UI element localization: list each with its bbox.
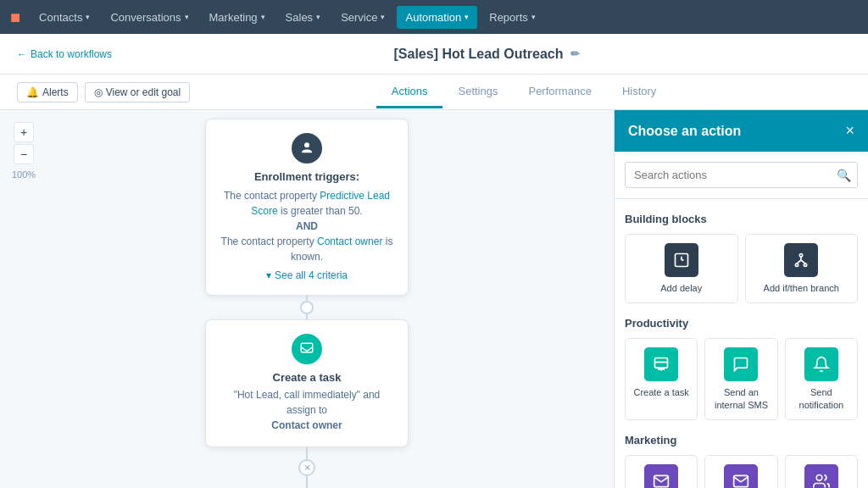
send-email-icon bbox=[644, 464, 678, 488]
canvas: + − 100% Enrollment triggers: The contac… bbox=[0, 110, 614, 488]
add-static-list-card[interactable]: Add to a static list bbox=[785, 455, 858, 488]
building-blocks-grid: Add delay bbox=[625, 234, 858, 303]
view-goal-button[interactable]: ◎ View or edit goal bbox=[85, 82, 191, 103]
create-task-icon bbox=[644, 347, 678, 381]
panel-body: Building blocks Add delay bbox=[615, 199, 868, 488]
search-input[interactable] bbox=[625, 162, 858, 188]
send-notification-card[interactable]: Send notification bbox=[785, 338, 858, 420]
zoom-level-label: 100% bbox=[12, 169, 36, 180]
svg-point-5 bbox=[800, 254, 803, 257]
connector-circle-1 bbox=[300, 301, 314, 314]
action-icon bbox=[292, 334, 322, 364]
workflow-area: Enrollment triggers: The contact propert… bbox=[171, 119, 442, 488]
toolbar: 🔔 Alerts ◎ View or edit goal Actions Set… bbox=[0, 75, 868, 110]
tab-history[interactable]: History bbox=[607, 76, 671, 108]
zoom-in-button[interactable]: + bbox=[14, 122, 34, 142]
trigger-node[interactable]: Enrollment triggers: The contact propert… bbox=[205, 119, 409, 296]
top-nav: ■ Contacts ▾ Conversations ▾ Marketing ▾… bbox=[0, 0, 868, 34]
edit-title-icon[interactable]: ✏ bbox=[570, 47, 580, 60]
trigger-title: Enrollment triggers: bbox=[220, 170, 394, 183]
target-icon: ◎ bbox=[94, 86, 103, 98]
hubspot-logo[interactable]: ■ bbox=[10, 8, 20, 27]
marketing-grid: Send email Send internal email bbox=[625, 455, 858, 488]
plus-icon: + bbox=[20, 125, 27, 139]
nav-item-service[interactable]: Service ▾ bbox=[332, 6, 393, 29]
add-delay-card[interactable]: Add delay bbox=[625, 234, 738, 303]
action-body: "Hot Lead, call immediately" and assign … bbox=[220, 387, 394, 433]
send-notification-icon bbox=[804, 347, 838, 381]
search-icon-button[interactable]: 🔍 bbox=[837, 169, 851, 182]
chevron-conversations-icon: ▾ bbox=[185, 13, 189, 21]
remove-action-button[interactable]: ✕ bbox=[298, 459, 315, 476]
add-ifthen-card[interactable]: Add if/then branch bbox=[745, 234, 859, 303]
back-link[interactable]: ← Back to workflows bbox=[17, 48, 112, 60]
svg-point-0 bbox=[304, 142, 309, 147]
minus-icon: − bbox=[20, 147, 27, 161]
tabs: Actions Settings Performance History bbox=[197, 76, 851, 108]
send-sms-card[interactable]: Send an internal SMS bbox=[704, 338, 777, 420]
tab-actions[interactable]: Actions bbox=[376, 76, 443, 108]
connector-2: ✕ bbox=[298, 447, 315, 488]
send-sms-icon bbox=[724, 347, 758, 381]
tab-settings[interactable]: Settings bbox=[442, 76, 513, 108]
search-wrap: 🔍 bbox=[625, 162, 858, 188]
panel-search: 🔍 bbox=[615, 152, 868, 199]
nav-item-conversations[interactable]: Conversations ▾ bbox=[102, 6, 197, 29]
tab-performance[interactable]: Performance bbox=[513, 76, 606, 108]
create-task-label: Create a task bbox=[631, 386, 692, 398]
add-delay-icon bbox=[665, 243, 698, 277]
panel-header: Choose an action × bbox=[615, 110, 868, 152]
contact-owner-link[interactable]: Contact owner bbox=[317, 236, 382, 247]
chevron-marketing-icon: ▾ bbox=[261, 13, 265, 21]
send-email-card[interactable]: Send email bbox=[625, 455, 698, 488]
create-task-card[interactable]: Create a task bbox=[625, 338, 698, 420]
right-panel: Choose an action × 🔍 Building blocks bbox=[614, 110, 868, 488]
add-static-list-icon bbox=[804, 464, 838, 488]
building-blocks-label: Building blocks bbox=[625, 213, 858, 225]
send-internal-email-icon bbox=[724, 464, 758, 488]
send-sms-label: Send an internal SMS bbox=[710, 386, 771, 411]
panel-title: Choose an action bbox=[628, 124, 741, 139]
bell-icon: 🔔 bbox=[26, 86, 39, 98]
chevron-sales-icon: ▾ bbox=[316, 13, 320, 21]
chevron-reports-icon: ▾ bbox=[531, 13, 536, 21]
nav-item-reports[interactable]: Reports ▾ bbox=[481, 6, 544, 29]
action-title: Create a task bbox=[220, 371, 394, 384]
section-productivity: Productivity Create a task bbox=[625, 317, 858, 420]
chevron-automation-icon: ▾ bbox=[465, 13, 469, 21]
add-ifthen-label: Add if/then branch bbox=[751, 282, 853, 294]
chevron-down-icon: ▾ bbox=[266, 269, 271, 281]
action-node[interactable]: Create a task "Hot Lead, call immediatel… bbox=[205, 319, 409, 447]
connector-1 bbox=[306, 296, 308, 319]
trigger-body: The contact property Predictive Lead Sco… bbox=[220, 188, 394, 264]
chevron-contacts-icon: ▾ bbox=[86, 13, 90, 21]
svg-point-10 bbox=[804, 263, 807, 266]
zoom-controls: + − 100% bbox=[12, 122, 36, 180]
add-delay-label: Add delay bbox=[631, 282, 732, 294]
nav-item-automation[interactable]: Automation ▾ bbox=[397, 6, 477, 29]
see-criteria-button[interactable]: ▾ See all 4 criteria bbox=[220, 269, 394, 281]
svg-point-15 bbox=[816, 474, 822, 480]
main-layout: + − 100% Enrollment triggers: The contac… bbox=[0, 110, 868, 488]
send-notification-label: Send notification bbox=[791, 386, 852, 411]
section-building-blocks: Building blocks Add delay bbox=[625, 213, 858, 303]
sub-header: ← Back to workflows [Sales] Hot Lead Out… bbox=[0, 34, 868, 75]
svg-point-9 bbox=[796, 263, 798, 266]
alerts-button[interactable]: 🔔 Alerts bbox=[17, 82, 78, 103]
productivity-label: Productivity bbox=[625, 317, 858, 330]
nav-item-marketing[interactable]: Marketing ▾ bbox=[201, 6, 274, 29]
nav-item-contacts[interactable]: Contacts ▾ bbox=[31, 6, 98, 29]
trigger-icon bbox=[292, 133, 322, 164]
send-internal-email-card[interactable]: Send internal email bbox=[704, 455, 777, 488]
marketing-label: Marketing bbox=[625, 434, 858, 446]
panel-close-button[interactable]: × bbox=[845, 122, 854, 140]
section-marketing: Marketing Send email bbox=[625, 434, 858, 488]
chevron-service-icon: ▾ bbox=[381, 13, 385, 21]
productivity-grid: Create a task Send an internal SMS bbox=[625, 338, 858, 420]
workflow-title: [Sales] Hot Lead Outreach ✏ bbox=[122, 47, 851, 62]
nav-item-sales[interactable]: Sales ▾ bbox=[277, 6, 330, 29]
back-arrow-icon: ← bbox=[17, 48, 27, 60]
add-ifthen-icon bbox=[784, 243, 818, 277]
zoom-out-button[interactable]: − bbox=[14, 144, 34, 164]
